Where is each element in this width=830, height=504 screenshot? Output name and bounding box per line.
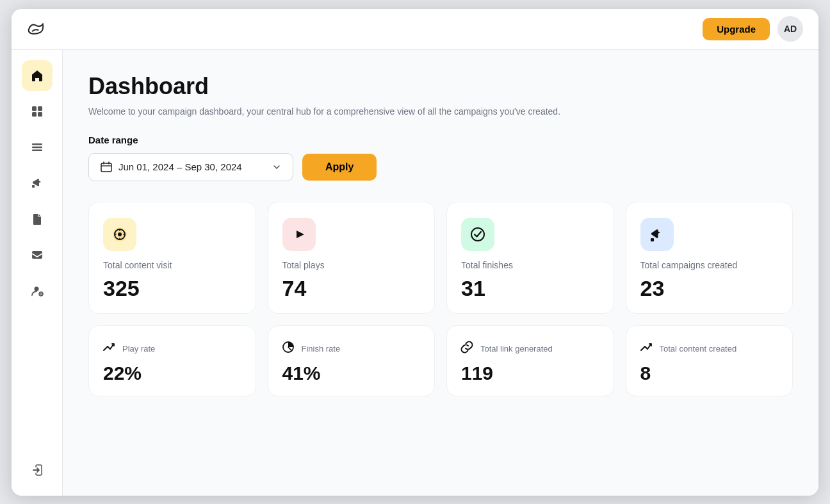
mini-card-play-rate: Play rate 22%	[88, 325, 256, 396]
stats-grid: Total content visit 325 Total plays 74	[88, 202, 793, 314]
sidebar-item-inbox[interactable]	[22, 240, 53, 270]
link-generated-header: Total link generated	[460, 340, 601, 357]
app-window: Upgrade AD	[12, 9, 818, 496]
play-rate-value: 22%	[102, 362, 243, 384]
finish-rate-value: 41%	[281, 362, 422, 384]
svg-point-9	[34, 286, 38, 291]
topbar: Upgrade AD	[12, 9, 818, 50]
play-rate-label: Play rate	[122, 344, 155, 354]
logo	[24, 17, 47, 40]
link-icon	[460, 340, 474, 357]
sidebar-item-user-settings[interactable]	[22, 275, 53, 306]
total-finishes-label: Total finishes	[461, 260, 599, 270]
svg-rect-7	[32, 185, 35, 188]
svg-rect-3	[38, 112, 42, 117]
play-rate-icon	[102, 340, 116, 357]
date-picker-button[interactable]: Jun 01, 2024 – Sep 30, 2024	[88, 153, 293, 181]
svg-rect-5	[32, 146, 42, 148]
apply-button[interactable]: Apply	[302, 154, 377, 181]
svg-rect-4	[32, 143, 42, 145]
finish-rate-label: Finish rate	[302, 344, 341, 354]
finish-rate-icon	[281, 340, 295, 357]
content-created-value: 8	[639, 362, 780, 384]
svg-rect-16	[651, 238, 654, 241]
page-subtitle: Welcome to your campaign dashboard, your…	[88, 106, 793, 117]
date-range-value: Jun 01, 2024 – Sep 30, 2024	[118, 161, 242, 172]
content-visit-icon	[103, 218, 136, 251]
topbar-actions: Upgrade AD	[703, 16, 803, 42]
stat-card-total-finishes: Total finishes 31	[446, 202, 614, 314]
content-visit-label: Total content visit	[103, 260, 241, 270]
svg-point-15	[471, 228, 484, 241]
chevron-down-icon	[272, 163, 281, 172]
sidebar-item-list[interactable]	[22, 132, 53, 163]
svg-rect-11	[101, 163, 111, 172]
play-rate-header: Play rate	[102, 340, 243, 357]
stat-card-campaigns-created: Total campaigns created 23	[626, 202, 793, 314]
sidebar-item-home[interactable]	[22, 60, 53, 91]
content-created-icon	[639, 340, 653, 357]
date-range-label: Date range	[88, 134, 793, 145]
finish-rate-header: Finish rate	[281, 340, 422, 357]
sidebar-item-campaigns[interactable]	[22, 168, 53, 199]
total-plays-icon	[282, 218, 316, 251]
stat-card-content-visit: Total content visit 325	[88, 202, 256, 314]
main-layout: Dashboard Welcome to your campaign dashb…	[12, 50, 818, 496]
page-title: Dashboard	[88, 73, 793, 100]
content-created-label: Total content created	[660, 344, 737, 354]
bottom-grid: Play rate 22% Finish rate 41%	[88, 325, 793, 396]
date-picker-left: Jun 01, 2024 – Sep 30, 2024	[101, 161, 242, 173]
content-created-header: Total content created	[639, 340, 780, 357]
upgrade-button[interactable]: Upgrade	[703, 18, 770, 40]
calendar-icon	[101, 161, 112, 173]
svg-rect-2	[32, 112, 37, 117]
content-visit-value: 325	[103, 277, 241, 300]
mini-card-link-generated: Total link generated 119	[446, 325, 614, 396]
campaigns-created-icon	[640, 218, 674, 251]
total-finishes-icon	[461, 218, 494, 251]
total-finishes-value: 31	[461, 277, 599, 300]
sidebar-item-logout[interactable]	[22, 455, 53, 485]
sidebar	[12, 50, 63, 496]
content-area: Dashboard Welcome to your campaign dashb…	[63, 50, 818, 496]
mini-card-content-created: Total content created 8	[626, 325, 793, 396]
sidebar-item-grid[interactable]	[22, 96, 53, 127]
avatar: AD	[777, 16, 803, 42]
total-plays-label: Total plays	[282, 260, 421, 270]
link-generated-label: Total link generated	[480, 344, 553, 354]
svg-rect-1	[38, 106, 42, 111]
sidebar-item-files[interactable]	[22, 204, 53, 234]
campaigns-created-label: Total campaigns created	[640, 260, 779, 270]
total-plays-value: 74	[282, 277, 421, 300]
svg-rect-6	[32, 149, 42, 151]
svg-point-14	[118, 232, 122, 236]
mini-card-finish-rate: Finish rate 41%	[268, 325, 435, 396]
link-generated-value: 119	[460, 362, 601, 384]
date-filter-row: Jun 01, 2024 – Sep 30, 2024 Apply	[88, 153, 793, 181]
stat-card-total-plays: Total plays 74	[268, 202, 435, 314]
svg-rect-0	[32, 106, 37, 111]
campaigns-created-value: 23	[640, 277, 779, 300]
logo-icon	[24, 17, 47, 40]
